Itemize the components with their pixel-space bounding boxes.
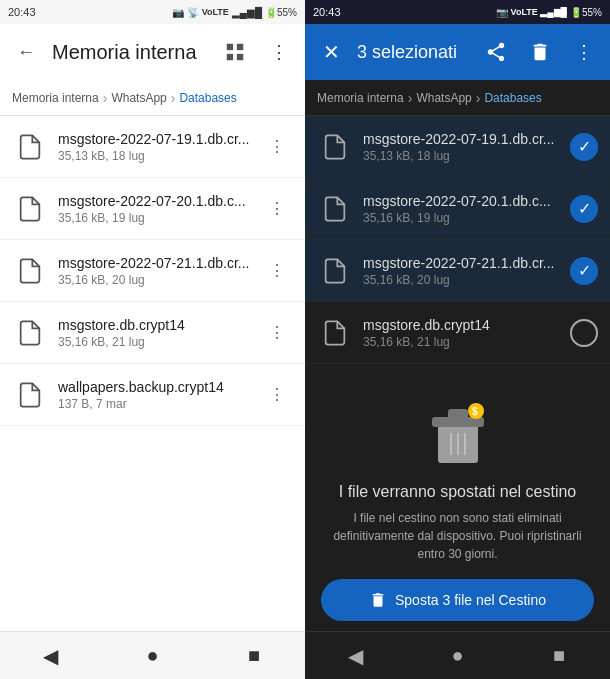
left-file-item-5[interactable]: wallpapers.backup.crypt14 137 B, 7 mar ⋮ [0,364,305,426]
file-more-5[interactable]: ⋮ [261,379,293,411]
right-file-item-4[interactable]: msgstore.db.crypt14 35,16 kB, 21 lug [305,302,610,364]
right-file-info-4: msgstore.db.crypt14 35,16 kB, 21 lug [363,317,570,349]
right-breadcrumb-sep1: › [408,90,413,106]
file-more-1[interactable]: ⋮ [261,131,293,163]
right-status-bar: 20:43 📷 VoLTE ▂▄▆█ 🔋55% [305,0,610,24]
right-file-icon-3 [317,253,353,289]
right-bottom-nav: ◀ ● ■ [305,631,610,679]
delete-button[interactable] [522,34,558,70]
file-name-2: msgstore-2022-07-20.1.db.c... [58,193,261,209]
share-button[interactable] [478,34,514,70]
file-more-3[interactable]: ⋮ [261,255,293,287]
left-breadcrumb: Memoria interna › WhatsApp › Databases [0,80,305,116]
right-breadcrumb-databases: Databases [484,91,541,105]
checkbox-3[interactable]: ✓ [570,257,598,285]
right-time: 20:43 [313,6,341,18]
right-recents-nav-button[interactable]: ■ [537,634,581,678]
file-icon-2 [12,191,48,227]
svg-rect-0 [227,44,233,50]
delete-description: I file nel cestino non sono stati elimin… [321,509,594,563]
file-info-2: msgstore-2022-07-20.1.db.c... 35,16 kB, … [58,193,261,225]
svg-rect-6 [448,409,468,419]
file-name-3: msgstore-2022-07-21.1.db.cr... [58,255,261,271]
back-nav-button[interactable]: ◀ [29,634,73,678]
right-file-info-3: msgstore-2022-07-21.1.db.cr... 35,16 kB,… [363,255,570,287]
checkbox-4[interactable] [570,319,598,347]
file-icon-4 [12,315,48,351]
right-file-name-3: msgstore-2022-07-21.1.db.cr... [363,255,570,271]
right-breadcrumb-whatsapp: WhatsApp [416,91,471,105]
left-panel: 20:43 📷 📡 VoLTE ▂▄▆█ 🔋55% ← Memoria inte… [0,0,305,679]
file-icon-5 [12,377,48,413]
file-name-1: msgstore-2022-07-19.1.db.cr... [58,131,261,147]
volte-label: VoLTE [202,7,229,17]
camera-icon: 📷 [172,7,184,18]
right-file-name-2: msgstore-2022-07-20.1.db.c... [363,193,570,209]
right-file-item-1[interactable]: msgstore-2022-07-19.1.db.cr... 35,13 kB,… [305,116,610,178]
checkbox-1[interactable]: ✓ [570,133,598,161]
right-back-nav-button[interactable]: ◀ [334,634,378,678]
svg-rect-3 [237,54,243,60]
right-panel: 20:43 📷 VoLTE ▂▄▆█ 🔋55% ✕ 3 selezionati … [305,0,610,679]
delete-btn-label: Sposta 3 file nel Cestino [395,592,546,608]
right-file-icon-1 [317,129,353,165]
file-icon-3 [12,253,48,289]
breadcrumb-databases: Databases [179,91,236,105]
right-camera-icon: 📷 [496,7,508,18]
back-button[interactable]: ← [8,34,44,70]
right-file-meta-1: 35,13 kB, 18 lug [363,149,570,163]
file-meta-1: 35,13 kB, 18 lug [58,149,261,163]
checkbox-2[interactable]: ✓ [570,195,598,223]
left-top-bar: ← Memoria interna ⋮ [0,24,305,80]
left-file-item-3[interactable]: msgstore-2022-07-21.1.db.cr... 35,16 kB,… [0,240,305,302]
selection-count: 3 selezionati [357,42,470,63]
grid-view-button[interactable] [217,34,253,70]
right-more-options-button[interactable]: ⋮ [566,34,602,70]
right-file-icon-4 [317,315,353,351]
right-file-name-4: msgstore.db.crypt14 [363,317,570,333]
file-meta-3: 35,16 kB, 20 lug [58,273,261,287]
right-signal-icon: VoLTE ▂▄▆█ [511,7,567,17]
camera2-icon: 📡 [187,7,199,18]
right-home-nav-button[interactable]: ● [435,634,479,678]
right-status-icons: 📷 VoLTE ▂▄▆█ 🔋55% [496,7,602,18]
page-title: Memoria interna [52,41,209,64]
right-file-meta-2: 35,16 kB, 19 lug [363,211,570,225]
file-info-3: msgstore-2022-07-21.1.db.cr... 35,16 kB,… [58,255,261,287]
right-top-bar: ✕ 3 selezionati ⋮ [305,24,610,80]
file-meta-2: 35,16 kB, 19 lug [58,211,261,225]
right-file-item-2[interactable]: msgstore-2022-07-20.1.db.c... 35,16 kB, … [305,178,610,240]
left-file-item-2[interactable]: msgstore-2022-07-20.1.db.c... 35,16 kB, … [0,178,305,240]
right-file-item-3[interactable]: msgstore-2022-07-21.1.db.cr... 35,16 kB,… [305,240,610,302]
signal-icon: ▂▄▆█ [232,7,262,18]
delete-title: I file verranno spostati nel cestino [339,483,576,501]
right-breadcrumb-memoria: Memoria interna [317,91,404,105]
right-battery-icon: 🔋55% [570,7,602,18]
right-file-list: msgstore-2022-07-19.1.db.cr... 35,13 kB,… [305,116,610,373]
file-more-4[interactable]: ⋮ [261,317,293,349]
more-options-button[interactable]: ⋮ [261,34,297,70]
recents-nav-button[interactable]: ■ [232,634,276,678]
left-status-icons: 📷 📡 VoLTE ▂▄▆█ 🔋55% [172,7,297,18]
file-icon-1 [12,129,48,165]
file-name-4: msgstore.db.crypt14 [58,317,261,333]
file-info-1: msgstore-2022-07-19.1.db.cr... 35,13 kB,… [58,131,261,163]
svg-text:$: $ [472,406,478,417]
file-meta-4: 35,16 kB, 21 lug [58,335,261,349]
move-to-trash-button[interactable]: Sposta 3 file nel Cestino [321,579,594,621]
home-nav-button[interactable]: ● [130,634,174,678]
left-file-item-1[interactable]: msgstore-2022-07-19.1.db.cr... 35,13 kB,… [0,116,305,178]
breadcrumb-sep1: › [103,90,108,106]
breadcrumb-whatsapp: WhatsApp [111,91,166,105]
breadcrumb-sep2: › [171,90,176,106]
left-file-item-4[interactable]: msgstore.db.crypt14 35,16 kB, 21 lug ⋮ [0,302,305,364]
file-more-2[interactable]: ⋮ [261,193,293,225]
battery-icon: 🔋55% [265,7,297,18]
right-file-name-1: msgstore-2022-07-19.1.db.cr... [363,131,570,147]
close-selection-button[interactable]: ✕ [313,34,349,70]
left-bottom-nav: ◀ ● ■ [0,631,305,679]
right-file-info-1: msgstore-2022-07-19.1.db.cr... 35,13 kB,… [363,131,570,163]
svg-rect-1 [237,44,243,50]
breadcrumb-memoria: Memoria interna [12,91,99,105]
left-time: 20:43 [8,6,36,18]
